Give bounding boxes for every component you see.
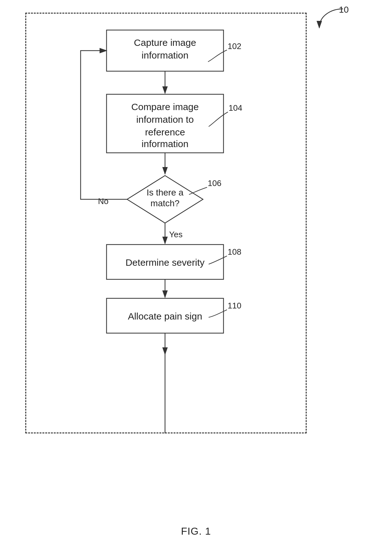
figure-label: FIG. 1 — [181, 525, 211, 537]
ref-10-label: 10 — [339, 6, 349, 15]
page: 10 Capture image information 102 Compare… — [0, 0, 392, 553]
outer-dashed-box — [25, 13, 307, 433]
ref-10-arrow: 10 — [313, 6, 351, 34]
